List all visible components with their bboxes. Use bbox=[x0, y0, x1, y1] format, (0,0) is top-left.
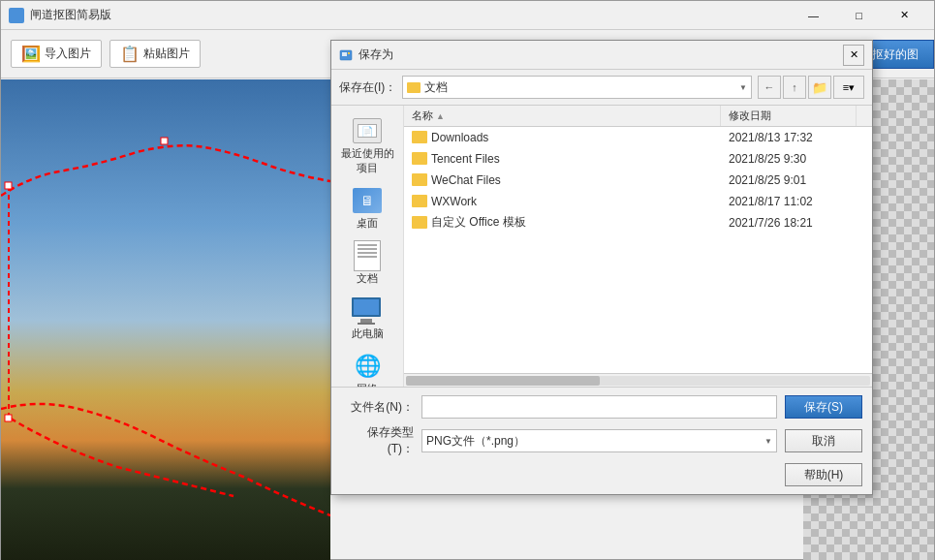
dialog-title-icon bbox=[339, 48, 353, 62]
file-name-cell: 自定义 Office 模板 bbox=[412, 214, 729, 231]
file-date-cell: 2021/8/25 9:30 bbox=[729, 152, 864, 166]
file-row[interactable]: Tencent Files 2021/8/25 9:30 bbox=[404, 148, 872, 170]
folder-icon bbox=[412, 216, 427, 229]
dialog-title: 保存为 bbox=[358, 47, 393, 63]
location-combo-text: 文档 bbox=[407, 79, 448, 96]
maximize-button[interactable]: □ bbox=[837, 1, 881, 30]
new-folder-icon: 📁 bbox=[812, 80, 827, 95]
sort-arrow: ▲ bbox=[436, 111, 445, 121]
back-button[interactable]: ← bbox=[758, 76, 781, 99]
nav-item-desktop[interactable]: 🖥 桌面 bbox=[334, 183, 400, 234]
nav-item-desktop-label: 桌面 bbox=[357, 216, 378, 231]
computer-icon bbox=[352, 297, 383, 325]
col-header-name[interactable]: 名称 ▲ bbox=[404, 106, 721, 126]
file-name: Downloads bbox=[431, 131, 488, 144]
save-dialog: 保存为 ✕ 保存在(I)： 文档 ▼ ← ↑ bbox=[330, 40, 873, 495]
dialog-close-button[interactable]: ✕ bbox=[843, 45, 864, 66]
dialog-toolbar: 保存在(I)： 文档 ▼ ← ↑ 📁 ≡▾ bbox=[331, 70, 872, 106]
network-icon: 🌐 bbox=[352, 353, 383, 380]
import-image-button[interactable]: 🖼️ 导入图片 bbox=[11, 40, 102, 68]
scroll-thumb[interactable] bbox=[406, 376, 600, 386]
col-header-date[interactable]: 修改日期 bbox=[721, 106, 857, 126]
file-date-cell: 2021/8/13 17:32 bbox=[729, 131, 864, 144]
view-button[interactable]: ≡▾ bbox=[833, 76, 864, 99]
file-list-area: 名称 ▲ 修改日期 Downloads 2021/8/13 17:3 bbox=[404, 106, 872, 387]
title-bar: 闸道抠图简易版 — □ ✕ bbox=[1, 1, 934, 30]
up-icon: ↑ bbox=[792, 81, 797, 93]
app-window: 闸道抠图简易版 — □ ✕ 🖼️ 导入图片 📋 粘贴图片 bbox=[0, 0, 935, 560]
nav-buttons: ← ↑ 📁 ≡▾ bbox=[758, 76, 864, 99]
annotation-svg bbox=[1, 79, 330, 560]
folder-icon bbox=[412, 152, 427, 165]
filename-row: 文件名(N)： 保存(S) bbox=[341, 395, 862, 419]
file-row[interactable]: WeChat Files 2021/8/25 9:01 bbox=[404, 170, 872, 191]
scroll-track bbox=[406, 376, 870, 386]
file-name: WXWork bbox=[431, 195, 477, 208]
col-scroll bbox=[857, 106, 872, 126]
filetype-arrow: ▼ bbox=[764, 437, 772, 446]
paste-image-button[interactable]: 📋 粘贴图片 bbox=[109, 40, 201, 68]
location-combo[interactable]: 文档 ▼ bbox=[402, 76, 752, 99]
title-bar-controls: — □ ✕ bbox=[792, 1, 926, 30]
back-icon: ← bbox=[764, 81, 775, 93]
nav-item-documents[interactable]: 文档 bbox=[334, 238, 400, 290]
location-label: 保存在(I)： bbox=[339, 79, 396, 96]
svg-rect-4 bbox=[342, 52, 347, 56]
minimize-button[interactable]: — bbox=[792, 1, 835, 30]
close-button[interactable]: ✕ bbox=[883, 1, 926, 30]
nav-item-computer[interactable]: 此电脑 bbox=[334, 294, 400, 345]
desktop-icon: 🖥 bbox=[352, 187, 383, 214]
dialog-title-left: 保存为 bbox=[339, 47, 393, 63]
nav-item-documents-label: 文档 bbox=[357, 271, 378, 286]
file-name-cell: WXWork bbox=[412, 195, 729, 208]
col-name-label: 名称 bbox=[412, 109, 433, 123]
file-row[interactable]: Downloads 2021/8/13 17:32 bbox=[404, 127, 872, 148]
paste-label: 粘贴图片 bbox=[143, 46, 190, 62]
file-name-cell: Downloads bbox=[412, 131, 729, 144]
svg-rect-2 bbox=[161, 138, 168, 144]
app-icon bbox=[9, 8, 24, 23]
file-name: WeChat Files bbox=[431, 173, 501, 187]
location-value: 文档 bbox=[424, 79, 448, 96]
horizontal-scrollbar[interactable] bbox=[404, 373, 872, 387]
canvas-area bbox=[1, 79, 330, 560]
combo-arrow: ▼ bbox=[739, 83, 747, 92]
svg-rect-1 bbox=[5, 415, 12, 421]
help-row: 帮助(H) bbox=[341, 463, 862, 486]
bg-btn-label: 抠好的图 bbox=[872, 47, 919, 63]
filename-input[interactable] bbox=[426, 396, 772, 418]
dialog-title-bar: 保存为 ✕ bbox=[331, 41, 872, 70]
filename-label: 文件名(N)： bbox=[341, 399, 414, 416]
up-button[interactable]: ↑ bbox=[783, 76, 806, 99]
app-title: 闸道抠图简易版 bbox=[30, 7, 111, 23]
new-folder-button[interactable]: 📁 bbox=[808, 76, 831, 99]
file-list-body: Downloads 2021/8/13 17:32 Tencent Files … bbox=[404, 127, 872, 373]
dialog-body: 📄 最近使用的项目 🖥 桌面 bbox=[331, 106, 872, 387]
save-button[interactable]: 保存(S) bbox=[785, 395, 862, 419]
title-bar-left: 闸道抠图简易版 bbox=[9, 7, 111, 23]
file-name-cell: WeChat Files bbox=[412, 173, 729, 187]
cancel-button[interactable]: 取消 bbox=[785, 429, 862, 452]
file-date-cell: 2021/7/26 18:21 bbox=[729, 216, 864, 230]
folder-icon bbox=[412, 131, 427, 143]
import-icon: 🖼️ bbox=[21, 45, 41, 63]
nav-item-recent[interactable]: 📄 最近使用的项目 bbox=[334, 113, 400, 179]
folder-icon bbox=[407, 82, 421, 93]
documents-icon bbox=[352, 242, 383, 269]
file-name: Tencent Files bbox=[431, 152, 500, 166]
col-date-label: 修改日期 bbox=[729, 109, 771, 123]
svg-rect-0 bbox=[5, 182, 12, 189]
filetype-combo[interactable]: PNG文件（*.png） ▼ bbox=[421, 429, 777, 452]
recent-icon: 📄 bbox=[352, 117, 383, 144]
left-nav: 📄 最近使用的项目 🖥 桌面 bbox=[331, 106, 404, 387]
help-button[interactable]: 帮助(H) bbox=[785, 463, 862, 486]
view-icon: ≡▾ bbox=[843, 81, 855, 94]
file-row[interactable]: WXWork 2021/8/17 11:02 bbox=[404, 191, 872, 212]
svg-rect-5 bbox=[348, 52, 350, 54]
file-name-cell: Tencent Files bbox=[412, 152, 729, 166]
dialog-footer: 文件名(N)： 保存(S) 保存类型(T)： PNG文件（*.png） ▼ 取消… bbox=[331, 387, 872, 494]
file-row[interactable]: 自定义 Office 模板 2021/7/26 18:21 bbox=[404, 212, 872, 233]
nav-item-recent-label: 最近使用的项目 bbox=[340, 146, 394, 175]
nav-item-network[interactable]: 🌐 网络 bbox=[334, 349, 400, 387]
import-label: 导入图片 bbox=[45, 46, 91, 62]
